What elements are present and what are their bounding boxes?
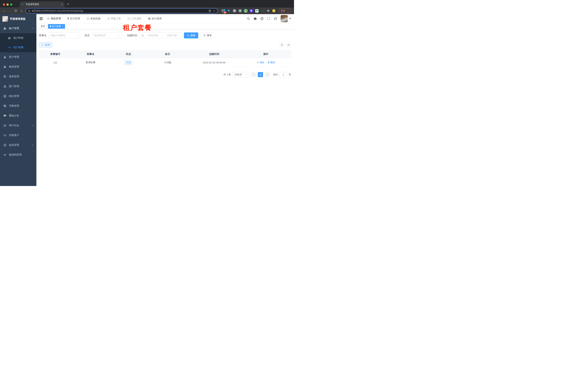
new-tab-button[interactable]: + <box>67 2 69 6</box>
tag-home[interactable]: 首页 <box>39 24 47 29</box>
search-button[interactable]: 搜索 <box>184 32 198 38</box>
forward-icon[interactable]: → <box>8 9 12 13</box>
back-icon[interactable]: ← <box>2 9 6 13</box>
sidebar-item-audit-log[interactable]: 审计日志 <box>0 121 36 130</box>
current-page-button[interactable]: 1 <box>258 72 263 77</box>
page-content: 套餐名 请输入套餐名 状态 请选择状态 创建时间 开始日期 - 结束日期 <box>36 29 294 186</box>
shield-check-icon <box>3 144 6 147</box>
next-page-button[interactable] <box>265 72 270 77</box>
extension-chat-icon[interactable] <box>255 9 259 13</box>
prev-page-button[interactable] <box>251 72 256 77</box>
sidebar-menu: 租户管理 租户列表 租户套餐 用户管理 角色管理 <box>0 23 36 186</box>
goto-page-input[interactable] <box>280 72 287 77</box>
sidebar-item-menu-management[interactable]: 菜单管理 <box>0 72 36 82</box>
sidebar-item-dept-management[interactable]: 部门管理 <box>0 82 36 91</box>
create-time-label: 创建时间 <box>127 34 137 37</box>
tab-dev-tools[interactable]: 研发工具 <box>107 17 121 20</box>
table-toolbar: 新增 <box>39 42 291 47</box>
col-create-time: 创建时间 <box>188 50 241 58</box>
sidebar-item-tenant-list[interactable]: 租户列表 <box>0 33 36 43</box>
minimize-window-button[interactable] <box>7 3 9 6</box>
zoom-window-button[interactable] <box>10 3 12 6</box>
site-info-icon[interactable] <box>28 10 31 12</box>
package-name-label: 套餐名 <box>39 34 47 37</box>
tag-close-icon[interactable]: × <box>62 25 63 27</box>
briefcase-icon <box>107 17 110 20</box>
update-label: 更新 <box>281 9 285 12</box>
package-name-input[interactable]: 请输入套餐名 <box>49 32 79 38</box>
sidebar-collapse-icon[interactable] <box>39 17 43 21</box>
code-icon <box>3 153 6 156</box>
extension-tiles-icon[interactable]: 10 <box>221 9 225 13</box>
sidebar-item-dict-management[interactable]: 字典管理 <box>0 101 36 111</box>
browser-chrome: 芋道管理系统 × + ← → ⌂ 127.0.0.1:48080/admin-u… <box>0 0 294 14</box>
sidebar-item-online-users[interactable]: 在线用户 <box>0 130 36 140</box>
start-date-placeholder: 开始日期 <box>145 34 161 37</box>
browser-update-button[interactable]: 更新 ⋮ <box>279 9 291 13</box>
reset-button[interactable]: 重置 <box>200 32 215 38</box>
total-count: 共 1 条 <box>224 73 231 76</box>
page-size-select[interactable]: 10条/页 <box>232 72 249 77</box>
help-icon[interactable] <box>260 17 263 20</box>
extension-shield-icon[interactable] <box>250 9 253 13</box>
browser-menu-dots-icon[interactable]: ⋮ <box>287 10 289 12</box>
sidebar-item-post-management[interactable]: 岗位管理 <box>0 91 36 101</box>
share-icon[interactable] <box>208 10 211 12</box>
home-icon[interactable]: ⌂ <box>20 9 23 13</box>
bookmark-star-icon[interactable]: ☆ <box>213 9 215 12</box>
font-size-icon[interactable] <box>274 17 277 21</box>
top-nav-menus: 系统管理 ¥ 支付管理 基础设施 研发工具 工作流程 <box>47 17 247 20</box>
extension-badge: 10 <box>223 11 226 14</box>
sidebar-item-error-code[interactable]: 错误码管理 <box>0 150 36 160</box>
badge-icon <box>3 95 6 98</box>
sidebar-item-tenant-package[interactable]: 租户套餐 <box>0 43 36 52</box>
search-icon[interactable] <box>247 17 250 20</box>
tab-statistics[interactable]: 统计报表 <box>148 17 162 20</box>
tab-payment-management[interactable]: ¥ 支付管理 <box>67 17 80 20</box>
add-button[interactable]: 新增 <box>39 42 52 47</box>
cell-create-time: 2022-02-22 00:54:00 <box>188 58 241 67</box>
browser-toolbar: ← → ⌂ 127.0.0.1:48080/admin-ui/system/te… <box>0 7 294 14</box>
extension-command-icon[interactable]: ⌘ <box>233 9 236 13</box>
filter-form: 套餐名 请输入套餐名 状态 请选择状态 创建时间 开始日期 - 结束日期 <box>39 32 291 38</box>
sidebar-item-sms-management[interactable]: 短信管理 <box>0 140 36 150</box>
sidebar-item-tenant-management[interactable]: 租户管理 <box>0 23 36 33</box>
status-select[interactable]: 请选择状态 <box>92 32 122 38</box>
user-avatar-menu[interactable] <box>281 15 291 22</box>
tab-workflow[interactable]: 工作流程 <box>127 17 141 20</box>
refresh-table-button[interactable] <box>286 43 291 47</box>
logo-avatar-image <box>2 16 8 22</box>
delete-link[interactable]: 删除 <box>267 61 275 64</box>
tab-system-management[interactable]: 系统管理 <box>47 17 61 20</box>
tab-close-icon[interactable]: × <box>61 3 63 6</box>
profile-avatar-icon[interactable] <box>272 9 275 13</box>
extension-green-dot-icon[interactable] <box>238 9 242 13</box>
message-icon <box>3 114 6 117</box>
github-icon[interactable] <box>253 17 257 21</box>
reload-icon[interactable] <box>14 9 18 12</box>
date-range-picker[interactable]: 开始日期 - 结束日期 <box>139 32 182 38</box>
show-search-toggle-button[interactable] <box>279 43 284 47</box>
fullscreen-icon[interactable] <box>267 17 270 20</box>
sidebar-item-notice[interactable]: 通知公告 <box>0 111 36 121</box>
sidebar-item-role-management[interactable]: 角色管理 <box>0 62 36 72</box>
cell-package-id: 111 <box>39 58 72 67</box>
extension-gem-icon[interactable] <box>227 9 231 13</box>
url-bar[interactable]: 127.0.0.1:48080/admin-ui/system/tenant/p… <box>25 8 218 13</box>
edit-link[interactable]: 修改 <box>257 61 264 64</box>
tab-infrastructure[interactable]: 基础设施 <box>86 17 100 20</box>
close-window-button[interactable] <box>3 3 5 6</box>
extension-y-icon[interactable]: y <box>244 9 247 13</box>
url-path: :48080/admin-ui/system/tenant/package <box>42 10 84 12</box>
tag-tenant-package[interactable]: 租户套餐 × <box>48 24 65 29</box>
extension-star-icon[interactable]: ☆ <box>261 9 264 13</box>
sidebar-item-user-management[interactable]: 用户管理 <box>0 52 36 62</box>
table-row: 111 普通套餐 开启 小功能 2022-02-22 00:54:00 修改 <box>39 58 291 67</box>
status-label: 状态 <box>84 34 90 37</box>
url-text[interactable]: 127.0.0.1:48080/admin-ui/system/tenant/p… <box>32 10 207 12</box>
extensions-puzzle-icon[interactable] <box>266 9 270 13</box>
avatar[interactable] <box>281 15 288 22</box>
toolbar-right <box>279 43 291 47</box>
tab-title: 芋道管理系统 <box>26 3 60 6</box>
browser-tab[interactable]: 芋道管理系统 × <box>20 1 64 7</box>
